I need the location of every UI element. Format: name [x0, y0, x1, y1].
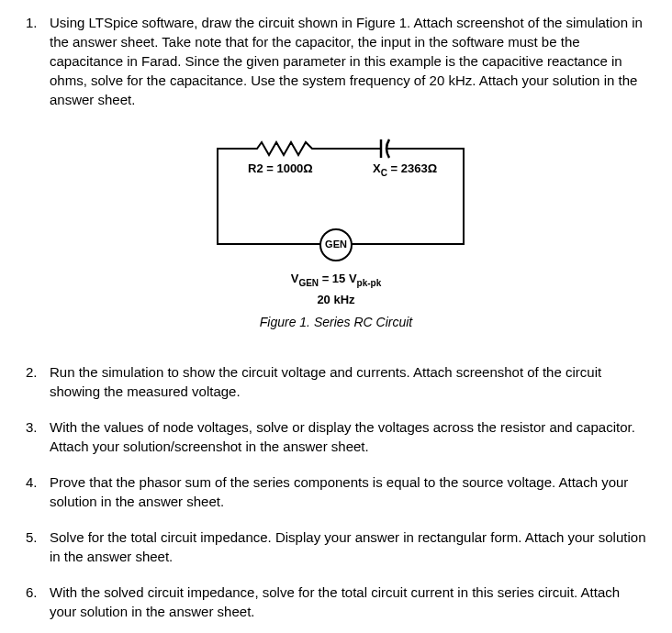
wire	[217, 148, 218, 245]
figure-1: R2 = 1000Ω XC = 2363Ω GEN VGEN = 15 Vpk-…	[26, 135, 646, 331]
item-number: 5.	[26, 528, 50, 566]
frequency-label: 20 kHz	[198, 292, 474, 308]
xc-prefix: X	[373, 161, 381, 175]
capacitor-icon	[369, 137, 406, 162]
wire	[463, 148, 465, 245]
resistor-icon	[252, 140, 319, 157]
generator-text: GEN	[325, 238, 347, 251]
wire	[318, 148, 371, 150]
wire	[217, 148, 253, 150]
item-number: 3.	[26, 417, 50, 456]
capacitor-label: XC = 2363Ω	[373, 161, 437, 180]
item-text: With the values of node voltages, solve …	[50, 417, 646, 456]
vgen-label: VGEN = 15 Vpk-pk	[198, 271, 474, 290]
item-number: 2.	[26, 362, 50, 401]
item-text: Run the simulation to show the circuit v…	[50, 362, 646, 401]
item-text: Using LTSpice software, draw the circuit…	[50, 13, 646, 109]
item-text: With the solved circuit impedance, solve…	[50, 583, 646, 621]
generator-labels: VGEN = 15 Vpk-pk 20 kHz	[198, 271, 474, 308]
circuit-diagram: R2 = 1000Ω XC = 2363Ω GEN	[207, 135, 465, 245]
vgen-sub1: GEN	[298, 278, 319, 288]
figure-caption: Figure 1. Series RC Circuit	[198, 314, 474, 332]
question-5: 5. Solve for the total circuit impedance…	[26, 528, 646, 566]
xc-sub: C	[381, 168, 387, 178]
vgen-sub2: pk-pk	[357, 278, 382, 288]
item-number: 6.	[26, 583, 50, 621]
vgen-eq: = 15 V	[319, 272, 357, 285]
item-number: 4.	[26, 472, 50, 511]
question-4: 4. Prove that the phasor sum of the seri…	[26, 472, 646, 511]
item-text: Prove that the phasor sum of the series …	[50, 472, 646, 511]
generator-icon: GEN	[319, 228, 353, 261]
item-number: 1.	[26, 13, 50, 109]
question-6: 6. With the solved circuit impedance, so…	[26, 583, 646, 621]
figure-inner: R2 = 1000Ω XC = 2363Ω GEN VGEN = 15 Vpk-…	[198, 135, 474, 331]
item-text: Solve for the total circuit impedance. D…	[50, 528, 646, 566]
caption-text: Figure 1. Series RC Circuit	[260, 315, 413, 329]
question-2: 2. Run the simulation to show the circui…	[26, 362, 646, 401]
wire	[404, 148, 465, 150]
resistor-label: R2 = 1000Ω	[248, 161, 313, 177]
question-1: 1. Using LTSpice software, draw the circ…	[26, 13, 646, 109]
xc-value: = 2363Ω	[387, 161, 437, 175]
question-3: 3. With the values of node voltages, sol…	[26, 417, 646, 456]
